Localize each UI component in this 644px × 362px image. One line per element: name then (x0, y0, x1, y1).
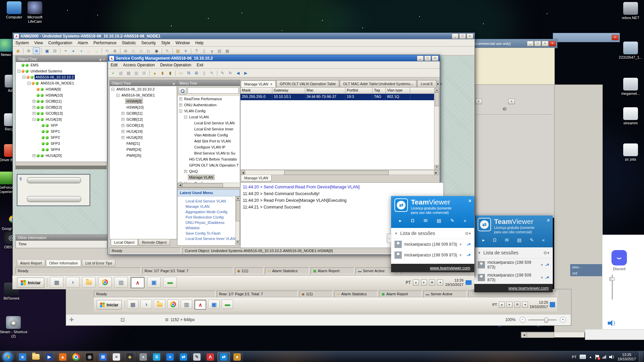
tray-grid-icon[interactable]: ⊞ (429, 280, 435, 286)
teamviewer-session-icon[interactable]: ⇄ (217, 352, 230, 362)
expander-icon[interactable]: − (22, 76, 25, 79)
chrome-icon[interactable] (98, 277, 112, 288)
scrollbar[interactable]: ◀ (521, 332, 585, 338)
file-transfer-icon[interactable]: ▤ (437, 218, 441, 223)
tree-item[interactable]: +HU1A[20] (110, 134, 177, 140)
lifecam-icon[interactable]: ● (137, 352, 150, 362)
collapse-icon[interactable]: « (464, 218, 466, 223)
zoom-in-icon[interactable]: ⊕ (111, 47, 118, 54)
desktop-icon-microsoft-lifecam[interactable]: Microsoft LifeCam (21, 1, 49, 24)
desktop-icon-rebox-net[interactable]: rebox.NET (616, 2, 644, 20)
server-manager-icon[interactable]: ▥ (114, 277, 128, 288)
device-shelf-thumbnail[interactable]: 9 (17, 174, 90, 206)
settings-icon[interactable]: ⚙ (25, 47, 32, 54)
tree-item[interactable]: +GC8B[12] (16, 104, 107, 110)
read-icon[interactable]: ◀ (234, 69, 241, 76)
menu-edit[interactable]: Edit (108, 62, 120, 68)
minimize-icon[interactable]: _ (527, 41, 534, 46)
tree-item[interactable]: +HU1A[20] (16, 153, 107, 159)
table-add-icon[interactable]: ⊞ (141, 69, 148, 76)
zoom-slider[interactable] (528, 319, 556, 320)
sub-tab-manage-vlan[interactable]: Manage VLAN (241, 175, 272, 181)
print-icon[interactable]: ▦ (224, 47, 231, 54)
tree-item[interactable]: −AN5516-06_10.10.10.2 (16, 74, 107, 80)
tab-local-object[interactable]: Local Object (111, 239, 138, 246)
tree-item[interactable]: GPON OLT VALN Operation T (177, 162, 240, 168)
clock[interactable]: 13:2519/10/2017 (618, 353, 636, 361)
minimize-icon[interactable]: _ (417, 56, 424, 61)
menu-exit[interactable]: Exit (194, 62, 206, 68)
tree-item[interactable]: Vlan Attribute Config (177, 132, 240, 138)
zoom-out-icon[interactable]: ⊖ (122, 47, 129, 54)
column-header-tag[interactable]: Tag (373, 87, 386, 94)
expander-icon[interactable]: + (33, 100, 36, 103)
maximize-icon[interactable]: □ (459, 34, 466, 39)
file-transfer-icon[interactable]: ▤ (517, 237, 522, 243)
chevron-down-icon[interactable]: ▾ (460, 253, 462, 257)
tree-item[interactable]: +GC8B[12] (110, 116, 177, 122)
search-button[interactable] (178, 87, 186, 95)
tree-item[interactable]: Configure VLAN IP (177, 144, 240, 150)
video-icon[interactable]: ▸ (399, 218, 401, 223)
tray-up-icon[interactable]: ▴ (499, 302, 505, 308)
writer-icon[interactable]: ≡ (110, 352, 123, 362)
menu-configuration[interactable]: Configuration (46, 40, 75, 46)
edit-icon[interactable]: ✎ (208, 69, 215, 76)
latest-vscrollbar[interactable]: ▲ ▼ (235, 196, 240, 245)
connect-cursor-icon[interactable]: ↗ (466, 241, 472, 248)
maximize-icon[interactable]: □ (424, 56, 431, 61)
app-blue-icon[interactable]: ⊞ (97, 352, 109, 362)
move-tool-icon[interactable]: ✛ (69, 317, 74, 323)
tree-item[interactable]: SFP2 (16, 134, 107, 140)
menu-security[interactable]: Security (139, 40, 158, 46)
save-new-icon[interactable]: N (185, 69, 192, 76)
refresh-icon[interactable]: ↻ (104, 47, 111, 54)
tree-item[interactable]: −Local VLAN (177, 114, 240, 120)
expander-icon[interactable]: − (33, 118, 36, 121)
anydesk-icon[interactable]: A (204, 352, 217, 362)
alarm-statistics[interactable]: ▭Alarm Statistics (265, 267, 309, 274)
network-signal-icon[interactable] (602, 355, 606, 359)
close-icon[interactable]: × (547, 218, 550, 223)
tray-network-icon[interactable] (466, 280, 472, 285)
new-doc-icon[interactable]: ▯ (201, 47, 208, 54)
tree-item[interactable]: +Voice Config (177, 180, 240, 183)
menu-access-operation[interactable]: Access Operation (120, 62, 158, 68)
column-header-mask[interactable]: Mask (240, 87, 272, 94)
tray-play-icon[interactable]: ▸ (506, 302, 513, 308)
menu-alarm[interactable]: Alarm (75, 40, 91, 46)
expander-icon[interactable]: + (121, 124, 124, 127)
expander-icon[interactable]: + (121, 130, 124, 133)
tree-item[interactable]: PWR[25] (110, 153, 177, 159)
gear-icon[interactable]: ⚙▾ (543, 250, 549, 255)
close-icon[interactable]: × (270, 82, 272, 86)
chevron-down-icon[interactable]: ▾ (541, 275, 543, 280)
tray-up-icon[interactable]: ▴ (413, 280, 419, 286)
menu-statistic[interactable]: Statistic (119, 40, 139, 46)
paint-icon[interactable]: ✎ (191, 352, 203, 362)
expander-icon[interactable]: − (179, 110, 182, 113)
table-row[interactable]: 255.255.255.010.10.10.134-bf-90-73-96-37… (240, 94, 434, 100)
close-icon[interactable]: × (432, 56, 438, 61)
vlc-icon[interactable]: ▲ (56, 352, 69, 362)
sessions-list-header[interactable]: ▼Lista de sessões⚙▾ (391, 228, 474, 239)
tray-grid-icon[interactable]: ⊞ (514, 302, 520, 308)
tree-item[interactable]: +GCOB[13] (110, 122, 177, 128)
tree-item[interactable]: −HU1A[19] (16, 116, 107, 122)
host-schedule-icon[interactable]: ◓ (62, 47, 69, 54)
tree-item[interactable]: Bind Service VLAN to Su (177, 150, 240, 156)
table-vscrollbar[interactable]: ▲ ▼ (434, 87, 439, 170)
tree-item[interactable]: PWR[24] (110, 146, 177, 153)
expander-icon[interactable]: + (179, 104, 182, 107)
pin-icon[interactable]: ┳ (208, 47, 215, 54)
tree-item[interactable]: −AN5516-06_NODE1 (16, 80, 107, 86)
explorer-icon[interactable] (30, 352, 42, 362)
anm-titlebar[interactable]: ∧ ANM2000 - Undivided Systems-AN5516-06_… (13, 33, 475, 39)
tree-item[interactable]: HSWA[10] (16, 92, 107, 98)
powershell-icon[interactable]: › (141, 300, 152, 309)
pin-icon[interactable]: ┳ (173, 81, 175, 85)
topology-icon[interactable]: ⊕ (33, 47, 40, 54)
latest-menu-item[interactable]: Aggregation Mode Config (185, 209, 239, 215)
anm2000-icon[interactable]: ∧ (194, 300, 206, 310)
expander-icon[interactable]: + (184, 170, 187, 173)
